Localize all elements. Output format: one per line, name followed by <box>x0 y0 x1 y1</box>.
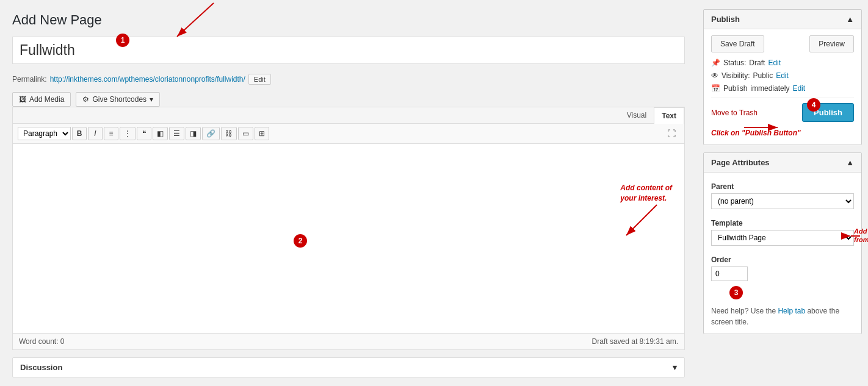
discussion-label: Discussion <box>20 363 62 372</box>
fullwidth-annotation: Add "Fullwidth Page" from drop down list… <box>854 227 868 245</box>
editor-footer: Word count: 0 Draft saved at 8:19:31 am. <box>13 333 684 349</box>
template-select[interactable]: Fullwidth Page <box>711 230 854 246</box>
format-toolbar: Paragraph B I ≡ ⋮ ❝ ◧ ☰ ◨ 🔗 ⛓ ▭ ⊞ ⛶ <box>13 124 684 144</box>
publish-button[interactable]: Publish <box>802 103 854 122</box>
draft-saved: Draft saved at 8:19:31 am. <box>592 337 678 346</box>
publish-time-value: immediately <box>750 84 789 93</box>
add-media-button[interactable]: 🖼 Add Media <box>12 92 71 107</box>
help-text: Need help? Use the Help tab above the sc… <box>711 306 854 327</box>
order-label: Order <box>711 256 854 264</box>
shortcodes-icon: ⚙ <box>82 95 89 104</box>
publish-time-row: 📅 Publish immediately Edit <box>711 84 854 93</box>
publish-time-label: Publish <box>723 84 747 93</box>
editor-container: Visual Text Paragraph B I ≡ ⋮ ❝ ◧ ☰ ◨ 🔗 … <box>12 107 685 350</box>
give-shortcodes-button[interactable]: ⚙ Give Shortcodes ▾ <box>76 92 160 107</box>
visibility-edit-link[interactable]: Edit <box>776 71 789 80</box>
visibility-value: Public <box>753 71 773 80</box>
permalink-edit-button[interactable]: Edit <box>248 74 271 85</box>
status-value: Draft <box>749 59 765 67</box>
chevron-down-icon: ▾ <box>150 95 153 104</box>
page-attributes-box: Page Attributes ▲ Parent (no parent) Tem… <box>703 152 862 334</box>
publish-box-header: Publish ▲ <box>704 10 861 29</box>
status-icon: 📌 <box>711 59 720 67</box>
unordered-list-button[interactable]: ≡ <box>104 127 118 140</box>
toolbar-row: 🖼 Add Media ⚙ Give Shortcodes ▾ <box>12 92 685 107</box>
insert-button[interactable]: ▭ <box>238 127 253 140</box>
publish-time-edit-link[interactable]: Edit <box>792 84 805 93</box>
order-input[interactable] <box>711 266 748 281</box>
text-tab[interactable]: Text <box>654 107 684 124</box>
permalink-link[interactable]: http://inkthemes.com/wpthemes/cloriatonn… <box>50 75 245 84</box>
visual-tab[interactable]: Visual <box>620 107 654 123</box>
preview-button[interactable]: Preview <box>809 35 854 52</box>
publish-box-body: Save Draft Preview 📌 Status: Draft Edit … <box>704 29 861 145</box>
parent-label: Parent <box>711 182 854 191</box>
sidebar: Publish ▲ Save Draft Preview 📌 Status: D… <box>697 0 868 386</box>
publish-collapse-icon: ▲ <box>846 15 854 24</box>
save-draft-button[interactable]: Save Draft <box>711 35 764 52</box>
publish-header-label: Publish <box>711 15 740 24</box>
permalink-row: Permalink: http://inkthemes.com/wpthemes… <box>12 74 685 85</box>
page-attributes-collapse-icon: ▲ <box>846 158 854 167</box>
unlink-button[interactable]: ⛓ <box>221 127 237 140</box>
publish-actions-row: Move to Trash Publish 4 <box>711 103 854 122</box>
visibility-row: 👁 Visibility: Public Edit <box>711 71 854 80</box>
permalink-label: Permalink: <box>12 75 47 84</box>
publish-box: Publish ▲ Save Draft Preview 📌 Status: D… <box>703 9 862 145</box>
visibility-icon: 👁 <box>711 71 718 80</box>
annotation-3-circle: 3 <box>729 286 743 299</box>
format-select[interactable]: Paragraph <box>18 127 71 140</box>
table-button[interactable]: ⊞ <box>255 127 269 140</box>
page-attributes-label: Page Attributes <box>711 158 770 167</box>
align-center-button[interactable]: ☰ <box>169 127 184 140</box>
template-label: Template <box>711 219 854 227</box>
parent-select[interactable]: (no parent) <box>711 193 854 209</box>
publish-btn-row: Save Draft Preview <box>711 35 854 52</box>
calendar-icon: 📅 <box>711 84 720 93</box>
align-left-button[interactable]: ◧ <box>153 127 168 140</box>
status-edit-link[interactable]: Edit <box>768 59 781 67</box>
fullscreen-button[interactable]: ⛶ <box>664 127 679 140</box>
discussion-collapse-icon: ▾ <box>673 363 677 372</box>
page-name-input[interactable] <box>12 37 685 64</box>
page-attributes-body: Parent (no parent) Template Fullwidth Pa… <box>704 173 861 334</box>
status-label: Status: <box>723 59 746 67</box>
page-title: Add New Page <box>12 12 685 28</box>
link-button[interactable]: 🔗 <box>202 127 220 140</box>
click-publish-text: Click on "Publish Button" <box>711 128 854 138</box>
italic-button[interactable]: I <box>88 127 103 140</box>
move-to-trash-link[interactable]: Move to Trash <box>711 109 758 117</box>
word-count: Word count: 0 <box>19 337 64 346</box>
bold-button[interactable]: B <box>72 127 87 140</box>
help-link[interactable]: Help tab <box>778 307 805 315</box>
discussion-header[interactable]: Discussion ▾ <box>13 358 684 377</box>
image-icon: 🖼 <box>19 95 26 104</box>
align-right-button[interactable]: ◨ <box>186 127 201 140</box>
page-attributes-header: Page Attributes ▲ <box>704 153 861 173</box>
ordered-list-button[interactable]: ⋮ <box>120 127 136 140</box>
editor-body[interactable] <box>13 144 684 333</box>
discussion-box: Discussion ▾ <box>12 357 685 377</box>
visibility-label: Visibility: <box>722 71 750 80</box>
blockquote-button[interactable]: ❝ <box>137 127 151 140</box>
status-row: 📌 Status: Draft Edit <box>711 59 854 67</box>
